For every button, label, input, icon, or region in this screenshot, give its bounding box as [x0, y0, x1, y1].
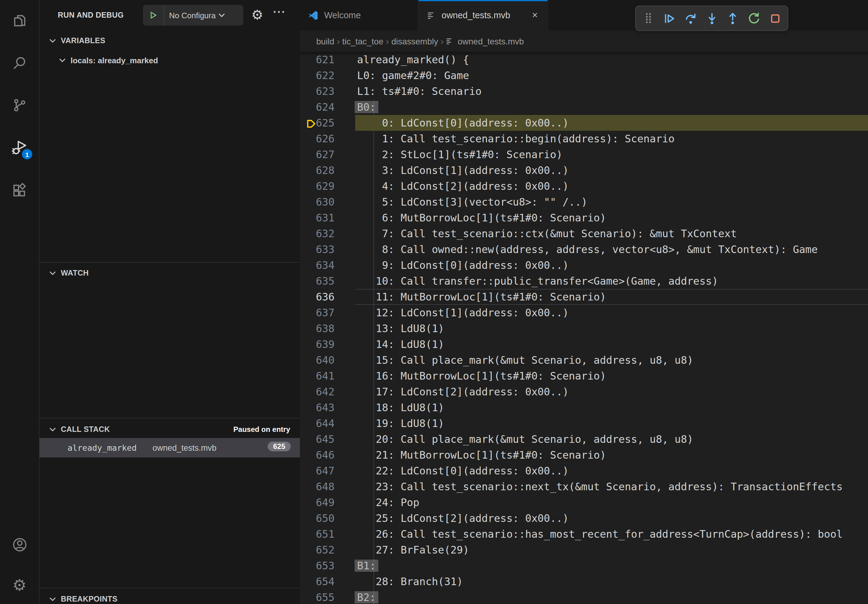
code-line[interactable]: 634 9: LdConst[0](address: 0x00..)	[300, 257, 868, 273]
breakpoints-section-header[interactable]: BREAKPOINTS	[40, 590, 300, 604]
step-over-button[interactable]	[682, 10, 699, 27]
explorer-icon[interactable]	[6, 7, 33, 34]
code-line[interactable]: 636 11: MutBorrowLoc[1](ts#1#0: Scenario…	[300, 289, 868, 305]
line-number[interactable]: 642	[300, 384, 335, 400]
line-number[interactable]: 627	[300, 147, 335, 163]
step-into-button[interactable]	[703, 10, 720, 27]
line-number[interactable]: 646	[300, 447, 335, 463]
code-line[interactable]: 629 4: LdConst[2](address: 0x00..)	[300, 178, 868, 194]
code-line[interactable]: 644 19: LdU8(1)	[300, 415, 868, 431]
line-number[interactable]: 622	[300, 68, 335, 83]
line-number[interactable]: 649	[300, 494, 335, 510]
line-number[interactable]: 644	[300, 415, 335, 431]
line-number[interactable]: 651	[300, 526, 335, 542]
code-line[interactable]: 639 14: LdU8(1)	[300, 336, 868, 352]
line-number[interactable]: 635	[300, 273, 335, 289]
search-icon[interactable]	[6, 50, 33, 77]
call-stack-section-header[interactable]: CALL STACK Paused on entry	[40, 420, 300, 438]
breadcrumb-item[interactable]: tic_tac_toe	[342, 36, 383, 46]
line-number[interactable]: 650	[300, 510, 335, 526]
code-line[interactable]: 635 10: Call transfer::public_transfer<G…	[300, 273, 868, 289]
continue-button[interactable]	[661, 10, 678, 27]
line-number[interactable]: 641	[300, 368, 335, 384]
line-number[interactable]: 637	[300, 305, 335, 321]
line-number[interactable]: 632	[300, 226, 335, 242]
line-number[interactable]: 655	[300, 589, 335, 604]
line-number[interactable]: 636	[300, 289, 335, 305]
breadcrumb-item[interactable]: build	[316, 36, 334, 46]
locals-tree-item[interactable]: locals: already_marked	[40, 51, 310, 69]
code-line[interactable]: 642 17: LdConst[2](address: 0x00..)	[300, 384, 868, 400]
toolbar-gripper[interactable]	[640, 10, 657, 27]
line-number[interactable]: 628	[300, 163, 335, 178]
code-line[interactable]: 621 already_marked() {	[300, 52, 868, 68]
line-number[interactable]: 631	[300, 210, 335, 226]
variables-section-header[interactable]: VARIABLES	[40, 32, 300, 50]
more-actions-icon[interactable]: ···	[273, 6, 286, 19]
code-line[interactable]: 649 24: Pop	[300, 494, 868, 510]
line-number[interactable]: 639	[300, 336, 335, 352]
code-line[interactable]: 638 13: LdU8(1)	[300, 321, 868, 336]
line-number[interactable]: 645	[300, 431, 335, 447]
code-line[interactable]: 628 3: LdConst[1](address: 0x00..)	[300, 163, 868, 178]
tab-welcome[interactable]: Welcome	[300, 0, 418, 30]
code-line[interactable]: 625 0: LdConst[0](address: 0x00..)	[300, 115, 868, 131]
code-line[interactable]: 633 8: Call owned::new(address, address,…	[300, 242, 868, 257]
close-icon[interactable]: ×	[531, 10, 539, 20]
start-debug-icon[interactable]	[143, 5, 164, 26]
debug-settings-gear-icon[interactable]: ⚙	[250, 7, 265, 23]
code-line[interactable]: 631 6: MutBorrowLoc[1](ts#1#0: Scenario)	[300, 210, 868, 226]
line-number[interactable]: 634	[300, 257, 335, 273]
code-line[interactable]: 643 18: LdU8(1)	[300, 400, 868, 415]
debug-config-dropdown[interactable]: No Configura	[143, 5, 243, 26]
code-line[interactable]: 640 15: Call place_mark(&mut Scenario, a…	[300, 352, 868, 368]
restart-button[interactable]	[746, 10, 763, 27]
source-control-icon[interactable]	[6, 92, 33, 119]
settings-gear-icon[interactable]: ⚙	[6, 572, 33, 599]
code-line[interactable]: 652 27: BrFalse(29)	[300, 542, 868, 558]
code-line[interactable]: 641 16: MutBorrowLoc[1](ts#1#0: Scenario…	[300, 368, 868, 384]
line-number[interactable]: 643	[300, 400, 335, 415]
extensions-icon[interactable]	[6, 177, 33, 204]
watch-section-header[interactable]: WATCH	[40, 264, 300, 282]
line-number[interactable]: 647	[300, 463, 335, 479]
code-line[interactable]: 626 1: Call test_scenario::begin(address…	[300, 131, 868, 147]
code-line[interactable]: 632 7: Call test_scenario::ctx(&mut Scen…	[300, 226, 868, 242]
line-number[interactable]: 621	[300, 52, 335, 68]
line-number[interactable]: 624	[300, 99, 335, 115]
code-line[interactable]: 630 5: LdConst[3](vector<u8>: "" /..)	[300, 194, 868, 210]
code-line[interactable]: 623 L1: ts#1#0: Scenario	[300, 83, 868, 99]
breadcrumb-item[interactable]: disassembly	[391, 36, 438, 46]
code-line[interactable]: 646 21: MutBorrowLoc[1](ts#1#0: Scenario…	[300, 447, 868, 463]
run-and-debug-icon[interactable]: 1	[6, 135, 33, 161]
line-number[interactable]: 654	[300, 574, 335, 589]
line-number[interactable]: 626	[300, 131, 335, 147]
line-number[interactable]: 629	[300, 178, 335, 194]
stop-button[interactable]	[767, 10, 784, 27]
code-line[interactable]: 651 26: Call test_scenario::has_most_rec…	[300, 526, 868, 542]
line-number[interactable]: 640	[300, 352, 335, 368]
step-out-button[interactable]	[724, 10, 741, 27]
line-number[interactable]: 633	[300, 242, 335, 257]
code-line[interactable]: 622 L0: game#2#0: Game	[300, 68, 868, 83]
tab-owned-tests[interactable]: owned_tests.mvb ×	[418, 0, 548, 30]
code-line[interactable]: 624 B0:	[300, 99, 868, 115]
code-line[interactable]: 627 2: StLoc[1](ts#1#0: Scenario)	[300, 147, 868, 163]
line-number[interactable]: 653	[300, 558, 335, 574]
line-number[interactable]: 638	[300, 321, 335, 336]
line-number[interactable]: 623	[300, 83, 335, 99]
account-icon[interactable]	[6, 531, 33, 558]
code-line[interactable]: 645 20: Call place_mark(&mut Scenario, a…	[300, 431, 868, 447]
code-line[interactable]: 637 12: LdConst[1](address: 0x00..)	[300, 305, 868, 321]
code-line[interactable]: 653 B1:	[300, 558, 868, 574]
code-line[interactable]: 647 22: LdConst[0](address: 0x00..)	[300, 463, 868, 479]
code-line[interactable]: 655 B2:	[300, 589, 868, 604]
call-stack-frame[interactable]: already_marked owned_tests.mvb 625	[40, 438, 300, 457]
code-line[interactable]: 648 23: Call test_scenario::next_tx(&mut…	[300, 479, 868, 494]
code-line[interactable]: 650 25: LdConst[2](address: 0x00..)	[300, 510, 868, 526]
breadcrumb-file[interactable]: owned_tests.mvb	[446, 36, 524, 46]
line-number[interactable]: 652	[300, 542, 335, 558]
code-line[interactable]: 654 28: Branch(31)	[300, 574, 868, 589]
line-number[interactable]: 648	[300, 479, 335, 494]
line-number[interactable]: 630	[300, 194, 335, 210]
